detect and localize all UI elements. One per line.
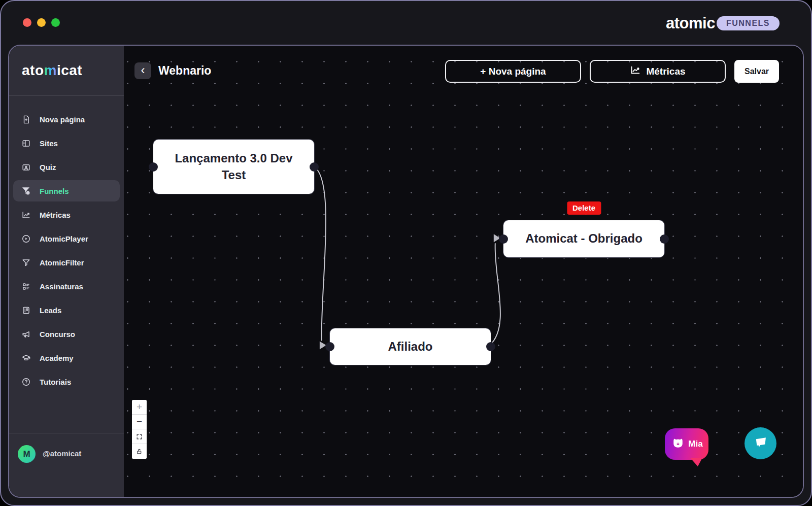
brand-funnels-badge: FUNNELS xyxy=(717,16,780,30)
sidebar-item-label: AtomicPlayer xyxy=(40,234,88,243)
logo-post: icat xyxy=(57,62,82,78)
sidebar-item-label: Quiz xyxy=(40,163,56,172)
funnel-node-obrigado[interactable]: Delete Atomicat - Obrigado xyxy=(503,220,664,257)
zoom-out-button[interactable]: − xyxy=(132,415,147,429)
lock-button[interactable] xyxy=(132,444,147,459)
help-circle-icon xyxy=(21,377,31,387)
sites-icon xyxy=(21,138,31,148)
node-handle-right[interactable] xyxy=(310,162,319,172)
metrics-button[interactable]: Métricas xyxy=(590,60,726,83)
funnel-canvas[interactable]: ‹ Webnario + Nova página Métricas Salvar… xyxy=(124,46,803,497)
chart-line-icon xyxy=(630,64,641,78)
sidebar-logo-area: atomicat xyxy=(9,46,124,96)
brand-logo: atomic FUNNELS xyxy=(666,14,780,32)
chat-button[interactable] xyxy=(745,427,776,459)
new-page-button-label: + Nova página xyxy=(480,66,546,77)
node-handle-left[interactable] xyxy=(325,342,334,351)
mia-label: Mia xyxy=(688,439,702,449)
mia-bubble-tail xyxy=(690,458,702,466)
file-plus-icon xyxy=(21,114,31,124)
sidebar-item-funnels[interactable]: $ Funnels xyxy=(13,180,120,201)
svg-text:$: $ xyxy=(27,191,29,194)
back-button[interactable]: ‹ xyxy=(134,62,151,79)
zoom-in-button[interactable]: + xyxy=(132,400,147,415)
funnel-node-afiliado[interactable]: Afiliado xyxy=(330,328,491,365)
user-handle: @atomicat xyxy=(43,449,81,458)
mia-assistant-widget[interactable]: Mia xyxy=(665,428,708,460)
sidebar-user-area[interactable]: M @atomicat xyxy=(9,433,124,497)
sidebar-item-nova-pagina[interactable]: Nova página xyxy=(13,109,120,130)
sidebar-item-leads[interactable]: Leads xyxy=(13,299,120,321)
graduation-cap-icon xyxy=(21,353,31,363)
sidebar-item-label: Assinaturas xyxy=(40,282,83,291)
sidebar-item-label: Funnels xyxy=(40,187,69,195)
sidebar-item-metricas[interactable]: Métricas xyxy=(13,204,120,225)
edge-afiliado-to-obrigado xyxy=(490,243,500,345)
sidebar-item-quiz[interactable]: Quiz xyxy=(13,156,120,178)
title-bar: atomic FUNNELS xyxy=(1,1,811,45)
save-button[interactable]: Salvar xyxy=(734,60,779,83)
maximize-button[interactable] xyxy=(51,18,60,27)
sidebar-item-label: Academy xyxy=(40,354,74,362)
sidebar-item-label: Sites xyxy=(40,139,58,148)
close-button[interactable] xyxy=(23,18,31,27)
filter-icon xyxy=(21,257,31,267)
brand-name: atomic xyxy=(666,14,715,32)
sidebar-item-sites[interactable]: Sites xyxy=(13,132,120,154)
node-handle-right[interactable] xyxy=(486,342,495,351)
node-title: Atomicat - Obrigado xyxy=(525,230,642,247)
node-title: Afiliado xyxy=(388,339,433,355)
sidebar-item-label: AtomicFilter xyxy=(40,258,84,267)
sidebar-item-academy[interactable]: Academy xyxy=(13,347,120,368)
sidebar-item-label: Tutoriais xyxy=(40,378,71,386)
megaphone-icon xyxy=(21,329,31,339)
sidebar: atomicat Nova página Sites xyxy=(9,46,124,497)
logo-pre: ato xyxy=(22,62,44,78)
sidebar-item-atomicfilter[interactable]: AtomicFilter xyxy=(13,252,120,273)
metrics-button-label: Métricas xyxy=(646,66,685,77)
sidebar-item-label: Leads xyxy=(40,306,61,315)
edge-launch-to-afiliado xyxy=(314,166,326,341)
sidebar-item-concurso[interactable]: Concurso xyxy=(13,323,120,345)
funnel-dollar-icon: $ xyxy=(21,186,31,196)
list-boxes-icon xyxy=(21,281,31,291)
node-handle-left[interactable] xyxy=(149,162,158,172)
sidebar-nav: Nova página Sites Quiz $ xyxy=(9,96,124,433)
page-title: Webnario xyxy=(158,64,211,78)
node-title: Lançamento 3.0 Dev Test xyxy=(163,150,304,183)
funnel-node-lancamento[interactable]: Lançamento 3.0 Dev Test xyxy=(153,140,314,194)
traffic-lights xyxy=(23,18,60,27)
sidebar-item-tutoriais[interactable]: Tutoriais xyxy=(13,371,120,392)
chevron-left-icon: ‹ xyxy=(141,64,145,76)
mia-cat-icon xyxy=(670,435,686,453)
avatar: M xyxy=(18,445,36,463)
sidebar-item-label: Nova página xyxy=(40,115,85,124)
fit-view-button[interactable] xyxy=(132,429,147,444)
sidebar-item-atomicplayer[interactable]: AtomicPlayer xyxy=(13,228,120,249)
new-page-button[interactable]: + Nova página xyxy=(445,60,581,83)
node-handle-right[interactable] xyxy=(660,234,669,244)
chart-line-icon xyxy=(21,210,31,220)
delete-button[interactable]: Delete xyxy=(567,201,601,215)
quiz-icon xyxy=(21,162,31,172)
avatar-initial: M xyxy=(23,449,30,459)
node-handle-left[interactable] xyxy=(499,234,508,244)
sidebar-item-label: Concurso xyxy=(40,330,75,339)
leads-board-icon xyxy=(21,305,31,315)
play-circle-icon xyxy=(21,233,31,244)
content-frame: atomicat Nova página Sites xyxy=(8,45,804,498)
chat-bubble-icon xyxy=(752,434,769,453)
atomicat-logo: atomicat xyxy=(22,62,82,79)
logo-accent-m: m xyxy=(44,62,57,78)
minimize-button[interactable] xyxy=(37,18,46,27)
sidebar-item-label: Métricas xyxy=(40,211,71,219)
sidebar-item-assinaturas[interactable]: Assinaturas xyxy=(13,276,120,297)
app-window: atomic FUNNELS atomicat Nova página xyxy=(0,0,812,506)
zoom-controls: + − xyxy=(132,400,147,459)
